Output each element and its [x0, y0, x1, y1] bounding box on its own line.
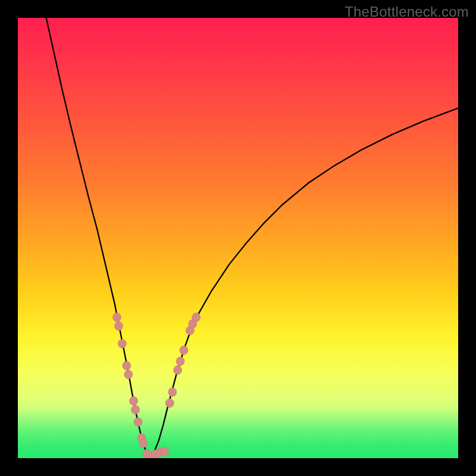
data-marker: [124, 370, 133, 379]
data-marker: [176, 357, 184, 366]
data-marker: [139, 439, 148, 447]
plot-area: [18, 18, 458, 458]
data-marker: [134, 418, 142, 427]
data-marker: [174, 366, 182, 375]
data-marker: [118, 339, 126, 348]
data-marker: [131, 405, 140, 414]
data-marker: [192, 313, 201, 322]
bottleneck-chart-svg: [18, 18, 458, 458]
data-marker: [130, 396, 138, 405]
data-marker: [160, 447, 168, 456]
data-marker: [114, 322, 123, 331]
good-zone-band: [18, 407, 458, 458]
watermark-text: TheBottleneck.com: [345, 4, 469, 20]
chart-container: TheBottleneck.com: [0, 0, 476, 476]
data-marker: [180, 346, 188, 355]
data-marker: [165, 399, 174, 408]
gradient-background: [18, 18, 458, 458]
data-marker: [123, 361, 131, 370]
data-marker: [168, 388, 177, 397]
good-zone-core: [18, 452, 458, 458]
data-marker: [112, 313, 121, 322]
